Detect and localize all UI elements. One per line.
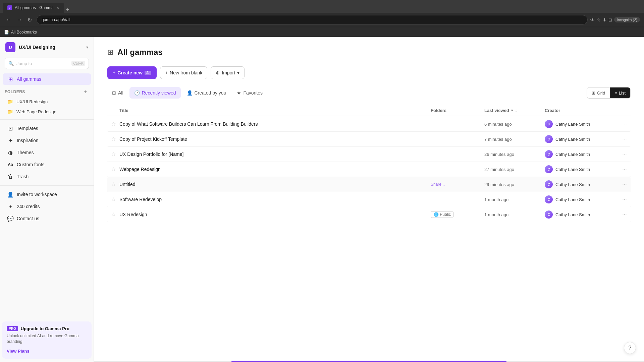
view-plans-link[interactable]: View Plans [7,349,30,354]
table-row[interactable]: ☆ Software Redevelop 1 month ago C Cathy… [107,192,631,207]
public-badge: 🌐 Public [431,211,454,218]
inspiration-label: Inspiration [17,138,39,143]
folder-label: UX/UI Redesign [16,99,48,104]
filter-tab-all[interactable]: ⊞ All [107,87,128,99]
new-from-blank-button[interactable]: + New from blank [160,66,207,79]
table-row[interactable]: ☆ Webpage Redesign 27 minutes ago C Cath… [107,162,631,177]
more-options-button[interactable]: ··· [619,181,631,187]
invite-label: Invite to workspace [17,192,57,197]
import-chevron-icon: ▾ [237,70,239,75]
star-button[interactable]: ☆ [107,166,119,172]
sidebar-item-invite[interactable]: 👤 Invite to workspace [3,189,91,200]
folders-label: Folders [5,89,25,94]
more-options-button[interactable]: ··· [619,121,631,127]
creator-name: Cathy Lane Smith [555,137,590,142]
more-options-button[interactable]: ··· [619,136,631,142]
star-nav-icon: ☆ [597,17,601,22]
col-header-folders: Folders [431,108,484,113]
table-row[interactable]: ☆ Copy of Project Kickoff Template 7 min… [107,132,631,147]
page-title: All gammas [117,48,163,57]
more-options-button[interactable]: ··· [619,166,631,172]
star-button[interactable]: ☆ [107,196,119,202]
table-row[interactable]: ☆ UX Design Portfolio for [Name] 26 minu… [107,147,631,162]
sidebar-folder-ux-ui-redesign[interactable]: 📁 UX/UI Redesign [3,97,91,106]
forward-button[interactable]: → [15,15,24,24]
sidebar-item-contact[interactable]: 💬 Contact us [3,213,91,224]
filter-tab-created-by-you[interactable]: 👤 Created by you [182,87,231,99]
inspiration-icon: ✦ [7,137,13,143]
contact-icon: 💬 [7,216,13,222]
create-new-button[interactable]: + Create new AI [107,66,157,79]
grid-view-button[interactable]: ⊞ Grid [587,87,610,98]
sort-toggle-icon[interactable]: ↕ [515,108,518,113]
search-icon: 🔍 [8,61,14,66]
sidebar-item-trash[interactable]: 🗑 Trash [3,171,91,182]
more-options-button[interactable]: ··· [619,151,631,157]
workspace-header[interactable]: U UX/UI Designing ▾ [0,37,94,58]
col-header-last-viewed[interactable]: Last viewed ▼ ↕ [484,108,545,113]
created-by-you-label: Created by you [195,90,226,96]
sidebar-item-all-gammas[interactable]: ⊞ All gammas [3,73,91,85]
active-tab[interactable]: γ All gammas - Gamma ✕ [3,3,64,13]
creator-name: Cathy Lane Smith [555,197,590,202]
more-options-button[interactable]: ··· [619,212,631,218]
templates-label: Templates [17,126,38,131]
back-button[interactable]: ← [4,15,13,24]
creator-avatar: C [545,195,553,203]
app-layout: U UX/UI Designing ▾ 🔍 Jump to Ctrl+K ⊞ A… [0,37,644,362]
row-last-viewed: 26 minutes ago [484,152,545,157]
new-tab-button[interactable]: + [65,7,70,13]
creator-name: Cathy Lane Smith [555,167,590,172]
table-row[interactable]: ☆ Untitled Share... 29 minutes ago C Cat… [107,177,631,192]
star-button[interactable]: ☆ [107,136,119,142]
folder-icon: 📁 [7,99,13,104]
bookmarks-label: All Bookmarks [11,30,37,35]
add-folder-button[interactable]: + [82,88,89,95]
filter-tab-favorites[interactable]: ★ Favorites [232,87,267,99]
refresh-button[interactable]: ↻ [25,15,34,24]
custom-fonts-icon: Aa [7,162,13,168]
row-last-viewed: 7 minutes ago [484,137,545,142]
star-button[interactable]: ☆ [107,212,119,218]
new-from-blank-label: New from blank [170,70,202,75]
themes-label: Themes [17,150,34,155]
sidebar-item-templates[interactable]: ⊡ Templates [3,123,91,134]
creator-avatar: C [545,210,553,219]
import-button[interactable]: ⊕ Import ▾ [211,66,245,79]
profile-icon: ⊡ [608,17,612,22]
trash-label: Trash [17,174,29,179]
sidebar-item-credits[interactable]: ✦ 240 credits [3,201,91,212]
more-options-button[interactable]: ··· [619,196,631,202]
row-creator: C Cathy Lane Smith [545,165,619,173]
row-title: Copy of Project Kickoff Template [119,136,431,142]
star-button[interactable]: ☆ [107,181,119,187]
col-header-title: Title [119,108,431,113]
filter-tab-recently-viewed[interactable]: 🕐 Recently viewed [129,87,181,99]
creator-avatar: C [545,135,553,143]
help-button[interactable]: ? [624,342,636,354]
star-button[interactable]: ☆ [107,151,119,157]
table-row[interactable]: ☆ UX Redesign 🌐 Public 1 month ago C Cat… [107,207,631,222]
row-title: Software Redevelop [119,197,431,202]
address-bar[interactable]: gamma.app/#all [37,15,588,24]
list-view-icon: ≡ [614,90,617,96]
row-title: Webpage Redesign [119,167,431,172]
nav-bar: ← → ↻ gamma.app/#all 👁 ☆ ⬇ ⊡ Incognito (… [0,13,644,27]
star-button[interactable]: ☆ [107,121,119,127]
action-bar: + Create new AI + New from blank ⊕ Impor… [107,66,631,79]
search-box[interactable]: 🔍 Jump to Ctrl+K [5,58,89,69]
bookmarks-bar: 📑 All Bookmarks [0,27,644,37]
sidebar-item-themes[interactable]: ◑ Themes [3,147,91,158]
page-title-icon: ⊞ [107,48,113,57]
user-filter-icon: 👤 [187,90,193,96]
sidebar-folder-web-page-redesign[interactable]: 📁 Web Page Redesign [3,107,91,116]
sidebar-item-inspiration[interactable]: ✦ Inspiration [3,135,91,146]
tab-close-button[interactable]: ✕ [56,6,59,10]
creator-avatar: C [545,150,553,158]
table-row[interactable]: ☆ Copy of What Software Builders Can Lea… [107,117,631,132]
sidebar-item-custom-fonts[interactable]: Aa Custom fonts [3,159,91,170]
list-view-button[interactable]: ≡ List [610,87,630,98]
share-link[interactable]: Share... [431,182,445,187]
scroll-thumb [231,361,506,362]
main-content: ⊞ All gammas + Create new AI + New from … [94,37,644,362]
